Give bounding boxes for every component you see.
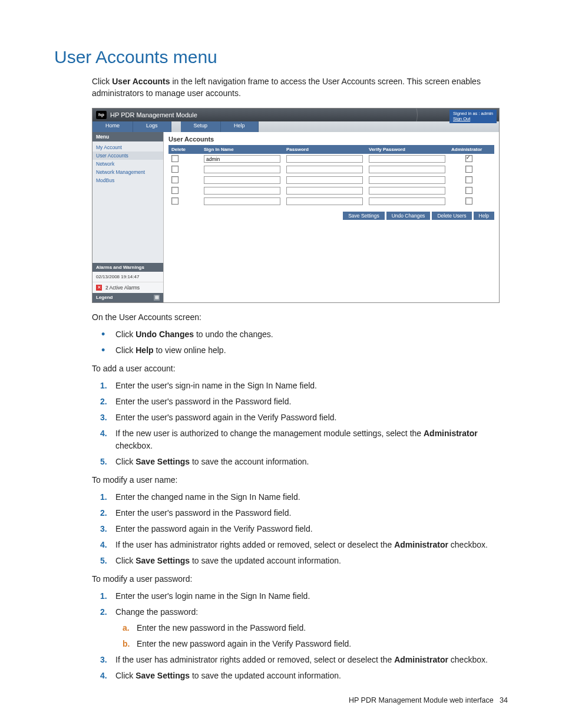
list-item: Enter the changed name in the Sign In Na… (92, 491, 508, 503)
app-titlebar: hp HP PDR Management Module Signed in as… (92, 108, 499, 121)
signin-input[interactable] (204, 187, 280, 195)
text: Save Settings (135, 556, 190, 565)
embedded-screenshot: hp HP PDR Management Module Signed in as… (92, 108, 508, 303)
bullet-help: Click Help to view online help. (92, 344, 508, 357)
delete-checkbox[interactable] (171, 176, 178, 183)
table-row (168, 164, 494, 175)
help-button[interactable]: Help (474, 212, 494, 220)
sidebar-item-my-account[interactable]: My Account (92, 143, 163, 151)
tab-logs[interactable]: Logs (133, 121, 171, 132)
delete-checkbox[interactable] (171, 155, 178, 162)
verify-password-input[interactable] (369, 197, 445, 205)
intro-bold: User Accounts (112, 77, 170, 86)
expand-icon[interactable]: ⊞ (154, 295, 160, 301)
bullet-undo: Click Undo Changes to undo the changes. (92, 328, 508, 341)
intro-paragraph: Click User Accounts in the left navigati… (92, 75, 508, 100)
tab-setup[interactable]: Setup (181, 121, 222, 132)
list-item: Click Save Settings to save the updated … (92, 555, 508, 567)
app-title: HP PDR Management Module (110, 111, 197, 118)
text: Click (115, 671, 135, 680)
signin-input[interactable] (204, 176, 280, 184)
sidebar: Menu My Account User Accounts Network Ne… (92, 132, 164, 302)
sidebar-item-network-management[interactable]: Network Management (92, 168, 163, 176)
sidebar-item-network[interactable]: Network (92, 160, 163, 168)
undo-changes-button[interactable]: Undo Changes (386, 212, 431, 220)
text: to undo the changes. (194, 330, 273, 339)
list-item: Click Save Settings to save the updated … (92, 670, 508, 682)
table-row (168, 154, 494, 164)
text: Click (115, 556, 135, 565)
footer-text: HP PDR Management Module web interface (349, 696, 494, 704)
content-pane: User Accounts Delete Sign In Name Passwo… (164, 132, 499, 302)
table-header-row: Delete Sign In Name Password Verify Pass… (168, 145, 494, 154)
col-delete: Delete (168, 145, 201, 154)
verify-password-input[interactable] (369, 176, 445, 184)
legend-label: Legend (96, 295, 113, 301)
password-input[interactable] (286, 155, 363, 163)
modname-title: To modify a user name: (92, 474, 508, 486)
table-row (168, 196, 494, 207)
admin-checkbox[interactable] (465, 155, 472, 162)
signin-input[interactable] (204, 155, 280, 163)
text: Change the password: (115, 607, 198, 617)
list-item: Enter the user's password in the Passwor… (92, 396, 508, 408)
text: Administrator (394, 540, 448, 549)
delete-checkbox[interactable] (171, 187, 178, 194)
password-input[interactable] (286, 176, 363, 184)
col-signin: Sign In Name (201, 145, 283, 154)
tab-help[interactable]: Help (221, 121, 259, 132)
text: to view online help. (154, 345, 226, 355)
hp-logo-icon: hp (96, 111, 107, 119)
admin-checkbox[interactable] (465, 187, 472, 194)
text: Click (115, 330, 135, 339)
admin-checkbox[interactable] (465, 176, 472, 183)
col-verify: Verify Password (366, 145, 448, 154)
text: checkbox. (448, 655, 488, 664)
password-input[interactable] (286, 187, 363, 195)
text: Administrator (424, 429, 478, 438)
tab-bar: Home Logs Setup Help (92, 121, 499, 132)
text: Save Settings (135, 457, 190, 466)
signed-in-box: Signed in as : admin Sign Out (449, 110, 497, 124)
legend-header[interactable]: Legend ⊞ (92, 293, 163, 302)
text: If the user has administrator rights add… (115, 655, 394, 664)
active-alarms-row[interactable]: ✕ 2 Active Alarms (92, 282, 163, 293)
sign-out-link[interactable]: Sign Out (453, 116, 493, 122)
signin-input[interactable] (204, 197, 280, 205)
alarms-header: Alarms and Warnings (92, 263, 163, 272)
table-row (168, 175, 494, 186)
sublist-item: Enter the new password in the Password f… (115, 622, 508, 634)
tab-home[interactable]: Home (92, 121, 133, 132)
text: checkbox. (448, 540, 488, 549)
list-item: Change the password: Enter the new passw… (92, 606, 508, 650)
menu-header: Menu (92, 132, 163, 141)
admin-checkbox[interactable] (465, 166, 472, 173)
verify-password-input[interactable] (369, 187, 445, 195)
text: If the user has administrator rights add… (115, 540, 394, 549)
add-title: To add a user account: (92, 363, 508, 375)
admin-checkbox[interactable] (465, 197, 472, 205)
password-input[interactable] (286, 197, 363, 205)
sidebar-item-user-accounts[interactable]: User Accounts (92, 151, 163, 160)
list-item: If the user has administrator rights add… (92, 539, 508, 551)
signin-input[interactable] (204, 166, 280, 173)
button-row: Save Settings Undo Changes Delete Users … (168, 212, 494, 220)
table-row (168, 186, 494, 196)
sidebar-item-modbus[interactable]: ModBus (92, 176, 163, 185)
delete-checkbox[interactable] (171, 166, 178, 173)
content-title: User Accounts (168, 136, 494, 143)
save-settings-button[interactable]: Save Settings (343, 212, 384, 220)
active-alarms-text: 2 Active Alarms (105, 285, 140, 291)
list-item: If the new user is authorized to change … (92, 427, 508, 452)
verify-password-input[interactable] (369, 166, 445, 173)
delete-users-button[interactable]: Delete Users (432, 212, 471, 220)
text: Click (115, 345, 135, 355)
text: to save the account information. (190, 457, 309, 466)
delete-checkbox[interactable] (171, 197, 178, 205)
page-footer: HP PDR Management Module web interface 3… (349, 696, 508, 704)
alarms-timestamp: 02/13/2008 19:14:47 (92, 272, 163, 282)
text: Click (115, 457, 135, 466)
intro-text-pre: Click (92, 77, 112, 86)
password-input[interactable] (286, 166, 363, 173)
verify-password-input[interactable] (369, 155, 445, 163)
